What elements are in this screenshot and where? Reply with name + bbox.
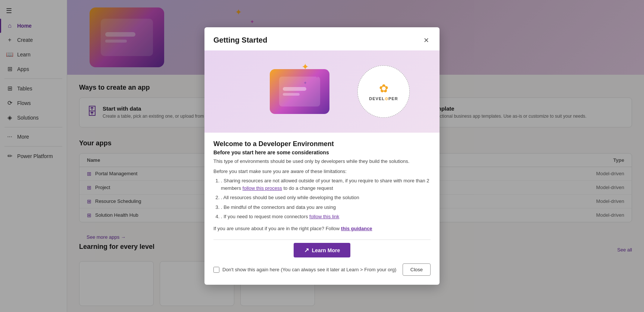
developer-label: DEVEL⊙PER <box>369 96 398 101</box>
modal-checkbox-row: Don't show this again here (You can alwa… <box>213 263 431 276</box>
close-button[interactable]: Close <box>403 263 431 276</box>
modal-limitations-list: Sharing resources are not allowed outsid… <box>213 177 431 220</box>
modal-considerations: Before you start here are some considera… <box>213 149 431 155</box>
dont-show-text: Don't show this again here (You can alwa… <box>222 267 396 272</box>
dont-show-label[interactable]: Don't show this again here (You can alwa… <box>213 267 396 273</box>
list-item: Sharing resources are not allowed outsid… <box>221 177 431 192</box>
modal-guidance: If you are unsure about if you are in th… <box>213 225 431 232</box>
learn-more-button[interactable]: ↗ Learn More <box>294 243 350 257</box>
list-item: If you need to request more connectors f… <box>221 213 431 220</box>
modal-hero-card <box>270 69 329 114</box>
getting-started-modal: Getting Started ✕ ✦ ✦ ✦ ✿ DEVEL⊙PER Welc… <box>204 27 440 285</box>
modal-hero-card-inner <box>279 77 320 106</box>
modal-footer: ↗ Learn More Don't show this again here … <box>213 240 431 276</box>
list-item: All resources should be used only while … <box>221 194 431 201</box>
learn-more-icon: ↗ <box>304 247 309 254</box>
modal-sparkle-1: ✦ <box>301 62 309 72</box>
modal-close-button[interactable]: ✕ <box>422 35 431 46</box>
learn-more-label: Learn More <box>312 247 340 253</box>
follow-link[interactable]: follow this link <box>309 214 339 219</box>
modal-developer-circle: ✿ DEVEL⊙PER <box>357 65 410 118</box>
modal-body: Welcome to a Developer Environment Befor… <box>204 140 440 285</box>
modal-hero-line-1 <box>283 87 306 91</box>
modal-hero-line-2 <box>283 93 300 96</box>
guidance-link[interactable]: this guidance <box>341 226 372 231</box>
dont-show-checkbox[interactable] <box>213 267 219 273</box>
developer-icon: ✿ <box>379 82 388 95</box>
modal-title: Getting Started <box>213 36 267 44</box>
modal-sparkle-3: ✦ <box>303 80 307 86</box>
modal-welcome-title: Welcome to a Developer Environment <box>213 140 431 148</box>
modal-hero-image: ✦ ✦ ✦ ✿ DEVEL⊙PER <box>204 50 440 133</box>
modal-intro: This type of environments should be used… <box>213 158 431 165</box>
modal-overlay[interactable]: Getting Started ✕ ✦ ✦ ✦ ✿ DEVEL⊙PER Welc… <box>0 0 644 312</box>
list-item: Be mindful of the connectors and data yo… <box>221 204 431 211</box>
modal-sparkle-2: ✦ <box>315 73 319 80</box>
follow-process-link[interactable]: follow this process <box>243 185 282 191</box>
modal-header: Getting Started ✕ <box>204 27 440 50</box>
modal-before-text: Before you start make sure you are aware… <box>213 169 431 174</box>
